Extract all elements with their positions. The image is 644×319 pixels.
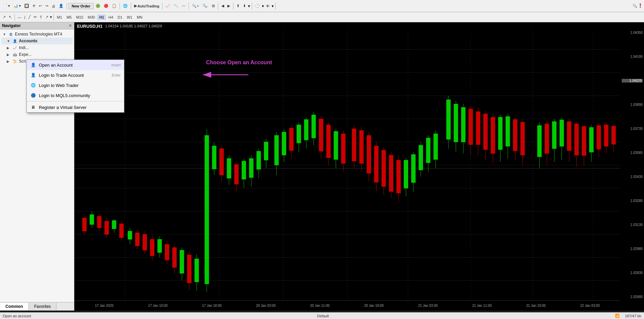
tf-m30[interactable]: M30 bbox=[86, 15, 97, 20]
move-right-btn[interactable]: ▶ bbox=[226, 3, 231, 9]
accounts-expand-icon: ▼ bbox=[7, 39, 11, 43]
svg-rect-31 bbox=[120, 224, 124, 238]
price-5: 1.03585 bbox=[622, 151, 643, 155]
sep9 bbox=[275, 3, 276, 9]
ctx-login-webtrader[interactable]: 🌐 Login to Web Trader bbox=[27, 80, 124, 90]
nav-indicators[interactable]: ▶ 📈 Indi... bbox=[1, 44, 73, 51]
tf-d1[interactable]: D1 bbox=[116, 15, 124, 20]
chart-icon: 📊 bbox=[14, 4, 18, 8]
history-btn[interactable]: 📋 bbox=[110, 3, 118, 9]
ctx-open-account[interactable]: 👤 Open an Account Insert bbox=[27, 60, 124, 70]
ctx-login-trade[interactable]: 👤 Login to Trade Account Enter bbox=[27, 70, 124, 80]
chart-prices: 1.04154 1.04185 1.04027 1.04029 bbox=[105, 24, 162, 28]
sep2 bbox=[120, 3, 120, 9]
undo-btn[interactable]: ↩ bbox=[38, 3, 43, 9]
svg-rect-157 bbox=[612, 126, 616, 144]
svg-rect-89 bbox=[341, 134, 345, 163]
buy2-btn[interactable]: ⬆ bbox=[235, 3, 241, 9]
tf-h1[interactable]: H1 bbox=[97, 15, 106, 20]
accounts-icon: 👤 bbox=[12, 38, 18, 44]
arrow-btn[interactable]: ↗ bbox=[44, 14, 50, 20]
pen-btn[interactable]: ✏ bbox=[32, 14, 38, 20]
tf-m5[interactable]: M5 bbox=[65, 15, 74, 20]
search-btn[interactable]: 🔍 bbox=[631, 3, 639, 9]
svg-rect-113 bbox=[434, 134, 438, 159]
svg-rect-33 bbox=[128, 231, 132, 239]
tf-h4[interactable]: H4 bbox=[106, 15, 115, 20]
zoom-fit-btn[interactable]: 🔲 bbox=[23, 3, 30, 9]
crosshair-btn[interactable]: ✛ bbox=[31, 3, 37, 9]
view-btn[interactable]: 👁 bbox=[265, 3, 271, 9]
ctx-login-trade-label: Login to Trade Account bbox=[39, 73, 84, 78]
redo-btn[interactable]: ↪ bbox=[44, 3, 50, 9]
autotrading-icon: ▶ bbox=[134, 4, 137, 8]
file-menu-btn[interactable]: 📄▾ bbox=[1, 3, 11, 9]
svg-rect-61 bbox=[234, 164, 239, 184]
svg-rect-47 bbox=[180, 250, 184, 273]
autotrading-button[interactable]: ▶ AutoTrading bbox=[133, 3, 161, 9]
move-left-btn[interactable]: ◀ bbox=[220, 3, 225, 9]
cursor-btn[interactable]: ↖ bbox=[7, 14, 13, 20]
tf-m15[interactable]: M15 bbox=[74, 15, 85, 20]
indicator2-btn[interactable]: 📉 bbox=[172, 3, 180, 9]
ctx-open-account-left: 👤 Open an Account bbox=[30, 62, 73, 68]
status-bar: Open an account Default 📶 187/47 kb bbox=[0, 312, 644, 319]
globe-btn[interactable]: 🌐 bbox=[122, 3, 129, 9]
time-scale: 17 Jan 2025 17 Jan 10:00 17 Jan 18:00 20… bbox=[74, 300, 620, 311]
indicator3-btn[interactable]: 〰 bbox=[180, 3, 187, 9]
sell2-btn[interactable]: ⬇ bbox=[242, 3, 247, 9]
ctx-login-mql5[interactable]: 🔵 Login to MQL5.community bbox=[27, 90, 124, 100]
ctx-register-vps[interactable]: 🖥 Register a Virtual Server bbox=[27, 102, 124, 112]
hline-btn[interactable]: — bbox=[16, 15, 23, 20]
time-7: 21 Jan 03:00 bbox=[418, 304, 438, 307]
time-9: 21 Jan 19:00 bbox=[526, 304, 546, 307]
nav-accounts[interactable]: ▼ 👤 Accounts bbox=[1, 38, 73, 44]
new-chart-btn[interactable]: 📊▾ bbox=[12, 3, 22, 9]
sep10 bbox=[15, 14, 15, 21]
clock-btn[interactable]: 🕐 bbox=[254, 3, 261, 9]
nav-experts[interactable]: ▶ 🤖 Expe... bbox=[1, 51, 73, 58]
print-btn[interactable]: 🖨 bbox=[50, 3, 57, 9]
tf-m1[interactable]: M1 bbox=[55, 15, 64, 20]
svg-rect-63 bbox=[242, 161, 246, 179]
new-order-button[interactable]: New Order bbox=[69, 3, 94, 9]
svg-rect-57 bbox=[220, 149, 224, 175]
experts-expand-icon: ▶ bbox=[7, 53, 11, 56]
candlestick-chart bbox=[74, 30, 620, 300]
svg-rect-93 bbox=[360, 131, 364, 164]
chart-type-btn[interactable]: ⊞ bbox=[210, 3, 216, 9]
zoom-out-btn[interactable]: 🔍- bbox=[201, 3, 210, 9]
profile-btn[interactable]: 👤 bbox=[57, 3, 65, 9]
tf-mn[interactable]: MN bbox=[135, 15, 145, 20]
price-4: 1.03735 bbox=[622, 127, 643, 131]
ctx-login-mql5-left: 🔵 Login to MQL5.community bbox=[30, 92, 90, 98]
sep1 bbox=[67, 3, 67, 9]
indicator1-btn[interactable]: 📈 bbox=[164, 3, 172, 9]
svg-rect-43 bbox=[165, 244, 169, 260]
main-toolbar: 📄▾ 📊▾ 🔲 ✛ ↩ ↪ 🖨 👤 New Order 🟢 🔴 📋 🌐 ▶ Au… bbox=[0, 0, 644, 12]
svg-rect-145 bbox=[567, 121, 571, 151]
text-btn[interactable]: T bbox=[39, 15, 44, 20]
nav-broker[interactable]: ▼ 🏦 Exness Technologies MT4 bbox=[1, 31, 73, 38]
zoom-in-btn[interactable]: 🔍+ bbox=[191, 3, 200, 9]
open-account-icon: 👤 bbox=[30, 62, 36, 68]
navigator-close-button[interactable]: ✕ bbox=[69, 23, 72, 28]
svg-rect-143 bbox=[560, 120, 564, 146]
tab-common[interactable]: Common bbox=[0, 303, 29, 310]
tab-favorites[interactable]: Favorites bbox=[29, 303, 56, 310]
sep7 bbox=[233, 3, 233, 9]
status-center: Default bbox=[317, 314, 329, 318]
main-layout: Navigator ✕ ▼ 🏦 Exness Technologies MT4 … bbox=[0, 22, 644, 311]
tf-w1[interactable]: W1 bbox=[125, 15, 134, 20]
svg-rect-77 bbox=[297, 125, 301, 143]
sell-btn[interactable]: 🔴 bbox=[102, 3, 110, 9]
line-tool-btn[interactable]: ↗ bbox=[1, 14, 7, 20]
trendline-btn[interactable]: ╱ bbox=[27, 14, 32, 20]
ctx-register-vps-left: 🖥 Register a Virtual Server bbox=[30, 104, 86, 110]
vline-btn[interactable]: | bbox=[23, 15, 27, 20]
chart-symbol: EURUSD,H1 bbox=[77, 24, 102, 29]
buy-btn[interactable]: 🟢 bbox=[94, 3, 102, 9]
navigator-header: Navigator ✕ bbox=[0, 22, 74, 29]
svg-rect-103 bbox=[397, 160, 401, 193]
svg-rect-95 bbox=[367, 135, 371, 173]
